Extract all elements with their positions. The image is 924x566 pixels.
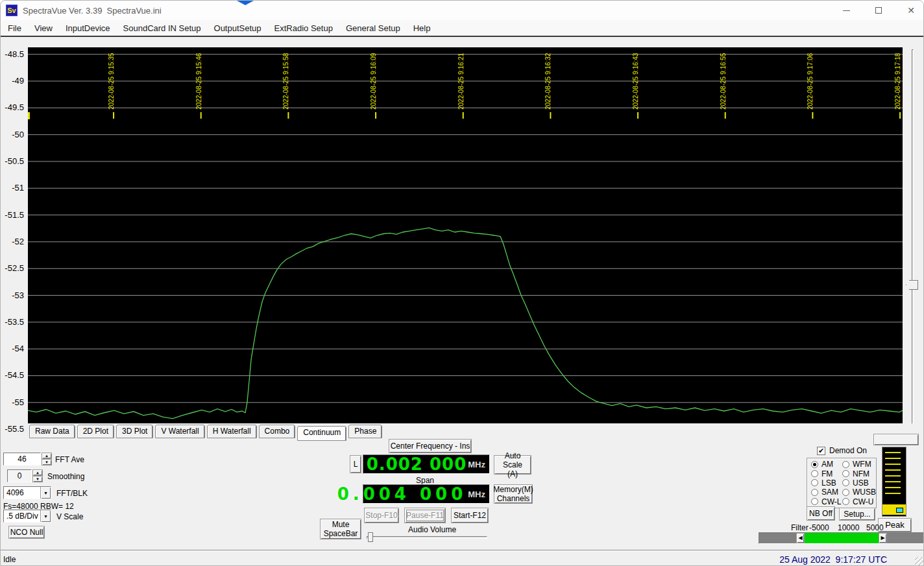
- title-bar: Sv SpectraVue Ver. 3.39 SpectraVue.ini ✕: [1, 1, 924, 20]
- nco-null-button[interactable]: NCO Null: [8, 526, 45, 539]
- filter-label: Filter: [791, 523, 808, 532]
- tab-combo[interactable]: Combo: [259, 425, 296, 438]
- smoothing-spin-up[interactable]: ▲: [32, 469, 43, 476]
- nb-off-button[interactable]: NB Off: [807, 506, 835, 521]
- v-scale-label: V Scale: [56, 512, 83, 521]
- menu-help[interactable]: Help: [411, 23, 433, 33]
- tab-2d-plot[interactable]: 2D Plot: [77, 425, 114, 438]
- filter-passband-scrollbar[interactable]: ◀ ▶: [759, 532, 924, 544]
- y-axis-tick-label: -51: [1, 183, 24, 193]
- window-title: SpectraVue Ver. 3.39 SpectraVue.ini: [23, 6, 162, 16]
- memory-channels-button[interactable]: Memory(M) Channels: [494, 484, 533, 504]
- menu-input-device[interactable]: InputDevice: [64, 23, 112, 33]
- radio-sam[interactable]: SAM: [811, 488, 842, 497]
- radio-icon: [811, 461, 818, 468]
- utc-clock: 25 Aug 2022 9:17:27 UTC: [779, 554, 887, 565]
- smoothing-spin-down[interactable]: ▼: [32, 476, 43, 482]
- close-button[interactable]: ✕: [898, 1, 924, 20]
- radio-wusb[interactable]: WUSB: [842, 488, 876, 497]
- dropdown-button[interactable]: ▼: [40, 487, 51, 499]
- v-scale-select[interactable]: .5 dB/Div ▼: [3, 510, 51, 523]
- app-window: Sv SpectraVue Ver. 3.39 SpectraVue.ini ✕…: [0, 0, 924, 566]
- menu-view[interactable]: View: [32, 23, 55, 33]
- menu-general-setup[interactable]: General Setup: [344, 23, 402, 33]
- tab-v-waterfall[interactable]: V Waterfall: [155, 425, 204, 438]
- continuum-plot: 2022-08-25 9:15:352022-08-25 9:15:462022…: [28, 47, 903, 423]
- unlabeled-button[interactable]: [873, 434, 919, 445]
- timestamp-label: 2022-08-25 9:17:18: [894, 53, 901, 110]
- y-axis-tick-label: -54.5: [1, 370, 24, 380]
- timestamp-label: 2022-08-25 9:16:09: [370, 53, 377, 110]
- menu-file[interactable]: File: [6, 23, 23, 33]
- pause-button[interactable]: Pause-F11: [404, 508, 446, 523]
- radio-wfm[interactable]: WFM: [842, 460, 876, 469]
- y-axis-tick-label: -50: [1, 130, 24, 139]
- chevron-down-icon: ▼: [43, 491, 48, 495]
- memory-line2: Channels: [497, 494, 530, 503]
- tab-continuum[interactable]: Continuum: [297, 426, 346, 441]
- radio-usb[interactable]: USB: [842, 478, 876, 488]
- memory-line1: Memory(M): [493, 485, 533, 494]
- fft-blk-select[interactable]: 4096 ▼: [3, 486, 51, 499]
- tab-h-waterfall[interactable]: H Waterfall: [207, 425, 257, 438]
- radio-fm[interactable]: FM: [811, 469, 842, 478]
- fft-ave-input[interactable]: 46: [3, 453, 41, 466]
- y-axis-tick-label: -55.5: [1, 424, 24, 434]
- smoothing-label: Smoothing: [47, 472, 84, 481]
- audio-volume-slider-track[interactable]: [367, 536, 487, 539]
- fft-ave-spin-up[interactable]: ▲: [42, 453, 52, 459]
- radio-icon: [811, 498, 818, 505]
- app-icon: Sv: [6, 5, 18, 16]
- center-frequency-display[interactable]: 0.002 000 MHz: [363, 454, 490, 474]
- check-icon: ✔: [818, 447, 824, 454]
- filter-left-arrow-button[interactable]: ◀: [796, 533, 805, 543]
- filter-passband-bar[interactable]: [805, 533, 879, 543]
- radio-cw-l[interactable]: CW-L: [811, 497, 842, 506]
- y-axis-tick-label: -49.5: [1, 102, 24, 112]
- status-bar: Idle 25 Aug 2022 9:17:27 UTC: [1, 551, 924, 566]
- minimize-button[interactable]: [833, 1, 859, 20]
- arrow-left-icon: ◀: [798, 535, 802, 541]
- resize-grip[interactable]: [915, 557, 924, 566]
- stop-button[interactable]: Stop-F10: [364, 508, 399, 523]
- tab-raw-data[interactable]: Raw Data: [29, 425, 75, 438]
- smoothing-input[interactable]: 0: [7, 469, 32, 482]
- mute-button[interactable]: Mute SpaceBar: [320, 519, 361, 539]
- menu-output-setup[interactable]: OutputSetup: [212, 23, 263, 33]
- meter-ticks: [885, 452, 901, 499]
- dropdown-button[interactable]: ▼: [40, 510, 51, 522]
- maximize-button[interactable]: [866, 1, 892, 20]
- radio-icon: [842, 479, 849, 486]
- maximize-icon: [875, 7, 882, 14]
- signal-meter: [882, 447, 906, 517]
- chevron-down-icon: ▼: [43, 514, 48, 519]
- demod-on-label: Demod On: [829, 446, 867, 455]
- menu-soundcard-in-setup[interactable]: SoundCard IN Setup: [121, 23, 203, 33]
- menu-extradio-setup[interactable]: ExtRadio Setup: [273, 23, 335, 33]
- arrow-up-icon: ▲: [45, 454, 49, 458]
- demod-on-checkbox[interactable]: ✔: [817, 447, 825, 455]
- plot-canvas: 2022-08-25 9:15:352022-08-25 9:15:462022…: [28, 47, 903, 423]
- vertical-ref-slider-thumb[interactable]: [906, 280, 918, 290]
- auto-scale-button[interactable]: Auto Scale (A): [494, 455, 531, 475]
- fft-ave-spin-down[interactable]: ▼: [42, 459, 52, 466]
- fft-blk-value: 4096: [4, 487, 40, 499]
- tab-3d-plot[interactable]: 3D Plot: [116, 425, 153, 438]
- vertical-ref-slider-track[interactable]: [912, 49, 914, 424]
- taskbar-peek-arrow-icon: [237, 1, 254, 5]
- start-button[interactable]: Start-F12: [451, 508, 489, 523]
- timestamp-label: 2022-08-25 9:16:55: [720, 53, 727, 110]
- tab-phase[interactable]: Phase: [348, 425, 382, 438]
- setup-button[interactable]: Setup...: [839, 508, 875, 521]
- lock-l-button[interactable]: L: [350, 455, 361, 473]
- radio-am[interactable]: AM: [811, 460, 842, 469]
- filter-right-arrow-button[interactable]: ▶: [879, 533, 887, 543]
- radio-cw-u[interactable]: CW-U: [842, 497, 876, 506]
- audio-volume-slider-thumb[interactable]: [368, 532, 373, 542]
- center-frequency-button[interactable]: Center Frequency - Ins: [389, 439, 472, 453]
- radio-nfm[interactable]: NFM: [842, 469, 876, 478]
- arrow-right-icon: ▶: [881, 535, 884, 541]
- span-display[interactable]: 0.004 000 MHz: [363, 484, 490, 504]
- continuum-trace: [28, 228, 903, 418]
- radio-lsb[interactable]: LSB: [811, 478, 842, 488]
